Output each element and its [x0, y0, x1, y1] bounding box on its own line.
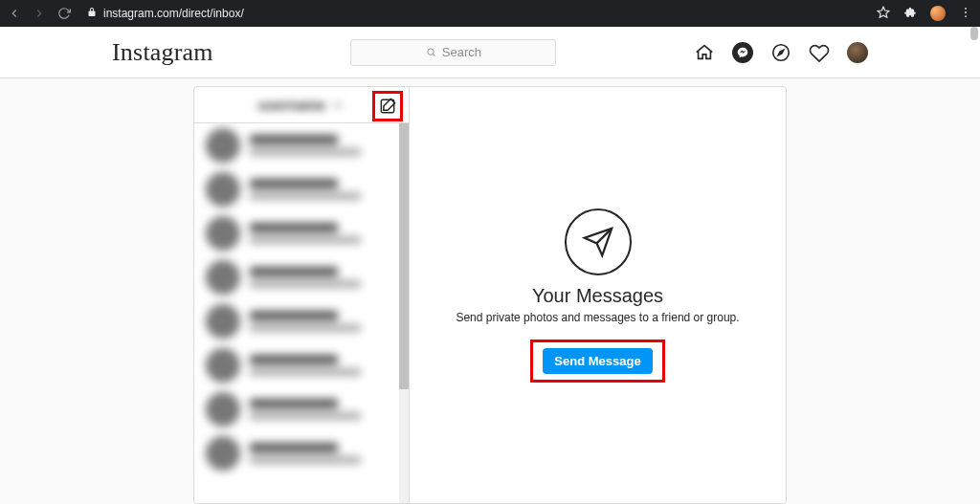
lock-icon	[86, 7, 98, 21]
instagram-logo[interactable]: Instagram	[112, 38, 213, 67]
messenger-icon[interactable]	[732, 42, 753, 63]
thread-item[interactable]	[194, 211, 409, 255]
browser-toolbar: instagram.com/direct/inbox/	[0, 0, 980, 27]
thread-avatar	[206, 216, 240, 251]
direct-inbox-panel: username Your Messages Sen	[193, 86, 787, 504]
explore-compass-icon[interactable]	[770, 42, 791, 63]
empty-subtitle: Send private photos and messages to a fr…	[456, 311, 739, 324]
svg-point-3	[965, 15, 967, 17]
extensions-icon[interactable]	[903, 6, 917, 22]
svg-point-1	[965, 7, 967, 9]
thread-item[interactable]	[194, 167, 409, 211]
search-placeholder: Search	[442, 45, 481, 59]
search-icon	[426, 47, 436, 57]
thread-item[interactable]	[194, 431, 409, 475]
thread-item[interactable]	[194, 299, 409, 343]
profile-avatar[interactable]	[847, 42, 868, 63]
home-icon[interactable]	[694, 42, 715, 63]
message-empty-pane: Your Messages Send private photos and me…	[410, 87, 786, 503]
main-content: username Your Messages Sen	[0, 78, 980, 504]
search-input[interactable]: Search	[350, 39, 556, 66]
svg-line-5	[433, 55, 434, 56]
thread-item[interactable]	[194, 343, 409, 387]
thread-avatar	[206, 436, 240, 471]
reload-icon[interactable]	[57, 7, 71, 20]
svg-point-2	[965, 11, 967, 13]
back-icon[interactable]	[8, 7, 21, 20]
thread-avatar	[206, 260, 240, 295]
thread-list[interactable]	[194, 123, 409, 503]
compose-message-button[interactable]	[377, 96, 398, 117]
forward-icon[interactable]	[33, 7, 46, 20]
activity-heart-icon[interactable]	[809, 42, 830, 63]
url-text: instagram.com/direct/inbox/	[103, 7, 244, 20]
instagram-top-nav: Instagram Search	[0, 27, 980, 78]
svg-marker-7	[778, 50, 784, 55]
thread-avatar	[206, 304, 240, 339]
annotation-highlight-compose	[372, 91, 403, 121]
thread-list-scrollbar[interactable]	[399, 123, 409, 503]
browser-profile-avatar[interactable]	[930, 6, 946, 21]
compose-icon	[378, 97, 397, 116]
paper-plane-circle-icon	[565, 208, 632, 275]
thread-avatar	[206, 348, 240, 383]
thread-item[interactable]	[194, 123, 409, 167]
empty-title: Your Messages	[532, 285, 663, 307]
send-icon	[582, 226, 614, 258]
svg-point-4	[428, 49, 434, 55]
thread-avatar	[206, 128, 240, 163]
inbox-username-selector[interactable]: username	[258, 97, 345, 113]
thread-avatar	[206, 392, 240, 427]
inbox-header: username	[194, 87, 409, 123]
thread-avatar	[206, 172, 240, 207]
inbox-sidebar: username	[194, 87, 410, 503]
chevron-down-icon	[331, 99, 345, 112]
thread-item[interactable]	[194, 255, 409, 299]
thread-item[interactable]	[194, 387, 409, 431]
send-message-button[interactable]: Send Message	[543, 348, 652, 374]
svg-marker-0	[878, 7, 889, 17]
browser-menu-icon[interactable]	[959, 6, 972, 22]
address-bar[interactable]: instagram.com/direct/inbox/	[80, 7, 867, 21]
bookmark-star-icon[interactable]	[877, 6, 890, 22]
annotation-highlight-send: Send Message	[530, 340, 664, 383]
